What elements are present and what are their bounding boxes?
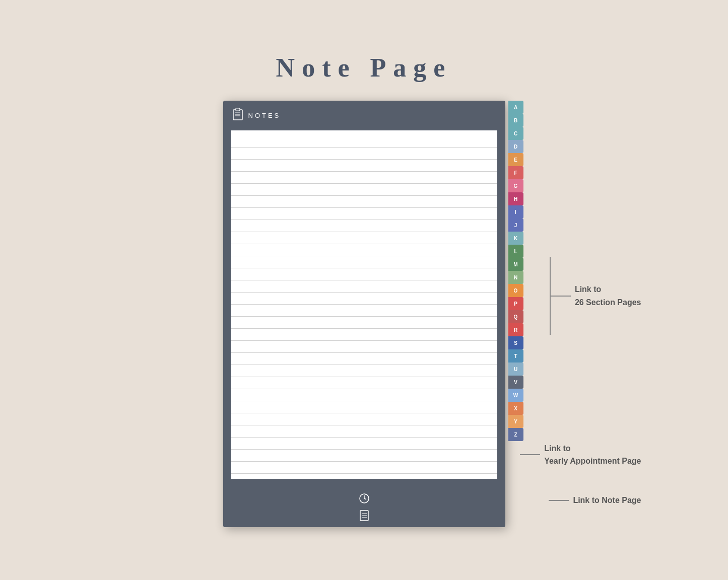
tab-m[interactable]: M (508, 258, 523, 271)
tab-l[interactable]: L (508, 245, 523, 258)
alphabet-tabs: ABCDEFGHIJKLMNOPQRSTUVWXYZ (508, 101, 523, 441)
paper-line (231, 220, 497, 232)
tab-x[interactable]: X (508, 402, 523, 415)
paper-line (231, 293, 497, 305)
paper-line (231, 172, 497, 184)
paper-line (231, 353, 497, 365)
note-page-icon[interactable] (357, 508, 372, 523)
paper-line (231, 208, 497, 220)
planner-book: NOTES (223, 101, 505, 527)
note-annotation: Link to Note Page (549, 494, 641, 507)
paper-line (231, 232, 497, 244)
paper-line (231, 148, 497, 160)
yearly-appointment-icon[interactable] (357, 491, 372, 506)
paper-line (231, 365, 497, 377)
tab-y[interactable]: Y (508, 415, 523, 428)
page-title: Note Page (276, 53, 452, 83)
paper-line (231, 305, 497, 317)
tab-v[interactable]: V (508, 376, 523, 389)
bottom-icons-bar (223, 487, 505, 527)
paper-line (231, 268, 497, 280)
tab-f[interactable]: F (508, 166, 523, 179)
paper-line (231, 377, 497, 389)
paper-line (231, 329, 497, 341)
paper-line (231, 160, 497, 172)
notes-label: NOTES (248, 112, 281, 119)
tab-e[interactable]: E (508, 153, 523, 166)
tab-b[interactable]: B (508, 114, 523, 127)
yearly-annotation: Link to Yearly Appointment Page (520, 442, 641, 468)
tab-d[interactable]: D (508, 140, 523, 153)
tab-a[interactable]: A (508, 101, 523, 114)
tab-h[interactable]: H (508, 192, 523, 205)
paper-line (231, 425, 497, 438)
tab-c[interactable]: C (508, 127, 523, 140)
tab-j[interactable]: J (508, 219, 523, 232)
paper-line (231, 135, 497, 148)
tab-r[interactable]: R (508, 323, 523, 336)
paper-line (231, 341, 497, 353)
tab-s[interactable]: S (508, 336, 523, 349)
paper-line (231, 438, 497, 450)
paper-line (231, 389, 497, 401)
note-link-text: Link to Note Page (573, 494, 641, 507)
paper-line (231, 280, 497, 293)
book-header: NOTES (223, 101, 505, 130)
paper-line (231, 450, 497, 462)
yearly-link-text: Link to Yearly Appointment Page (544, 442, 641, 468)
tab-k[interactable]: K (508, 232, 523, 245)
sections-link-text: Link to 26 Section Pages (575, 283, 641, 309)
tab-z[interactable]: Z (508, 428, 523, 441)
tab-w[interactable]: W (508, 389, 523, 402)
paper-line (231, 401, 497, 413)
paper-line (231, 184, 497, 196)
paper-line (231, 256, 497, 268)
svg-rect-0 (233, 110, 242, 120)
paper-line (231, 317, 497, 329)
paper-line (231, 413, 497, 425)
tab-n[interactable]: N (508, 271, 523, 284)
svg-line-7 (364, 498, 366, 499)
tab-u[interactable]: U (508, 362, 523, 376)
paper-line (231, 196, 497, 208)
sections-annotation: Link to 26 Section Pages (550, 257, 641, 335)
clipboard-icon (232, 108, 243, 123)
tab-p[interactable]: P (508, 297, 523, 310)
lined-paper (231, 130, 497, 479)
paper-line (231, 462, 497, 474)
paper-line (231, 244, 497, 256)
tab-o[interactable]: O (508, 284, 523, 297)
planner-container: NOTES (223, 101, 505, 527)
svg-rect-1 (236, 108, 240, 111)
tab-q[interactable]: Q (508, 310, 523, 323)
tab-t[interactable]: T (508, 349, 523, 362)
tab-i[interactable]: I (508, 205, 523, 219)
tab-g[interactable]: G (508, 179, 523, 192)
